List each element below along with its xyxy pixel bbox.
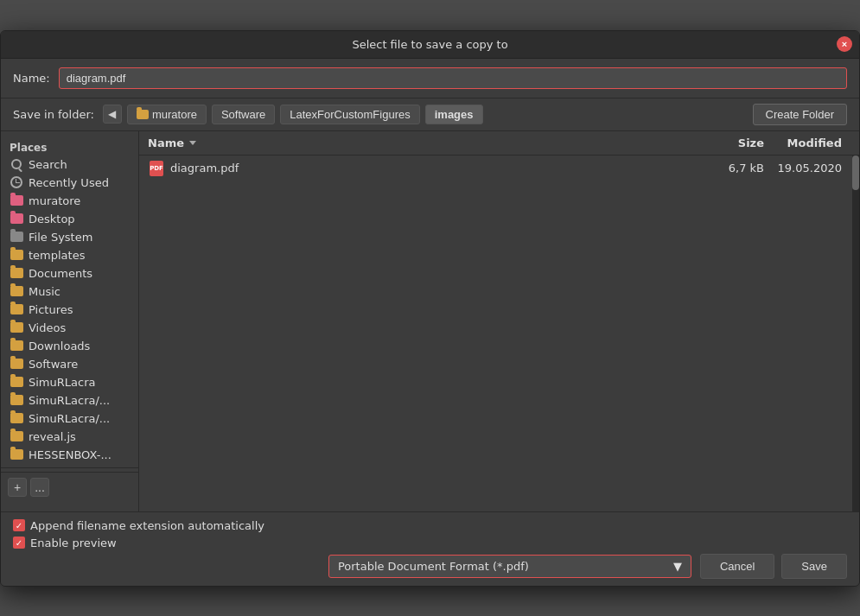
checkbox-checked-icon: ✓ (13, 519, 25, 531)
sidebar-item-simurlacra2[interactable]: SimuRLacra/... (1, 391, 138, 410)
back-button[interactable]: ◀ (103, 105, 122, 124)
sidebar-bottom: + ... (1, 472, 138, 502)
sidebar-item-label: SimuRLacra/... (29, 394, 110, 407)
scrollbar-track[interactable] (852, 156, 859, 511)
sidebar-item-music[interactable]: Music (1, 283, 138, 301)
sidebar-item-revealjs[interactable]: reveal.js (1, 428, 138, 446)
file-name: diagram.pdf (170, 162, 704, 175)
sidebar-item-label: reveal.js (29, 430, 76, 443)
format-label: Portable Document Format (*.pdf) (338, 560, 529, 573)
cancel-button[interactable]: Cancel (700, 554, 774, 579)
sidebar-item-label: Desktop (29, 213, 75, 225)
file-list-area: Name Size Modified PDF diagram.pdf 6,7 k… (139, 131, 859, 511)
filename-input[interactable] (59, 67, 847, 89)
more-options-button[interactable]: ... (30, 478, 49, 497)
scrollbar-thumb[interactable] (852, 156, 859, 190)
title-bar: Select file to save a copy to × (1, 31, 859, 59)
folder-icon (10, 322, 23, 333)
folder-icon (10, 250, 23, 261)
sidebar-item-software[interactable]: Software (1, 355, 138, 373)
file-list-header: Name Size Modified (139, 131, 859, 156)
sidebar-item-label: Downloads (29, 340, 90, 352)
sidebar-item-label: muratore (29, 194, 80, 207)
folder-icon (10, 195, 23, 206)
sidebar-item-label: SimuRLacra/... (29, 412, 110, 425)
folder-icon (10, 232, 23, 243)
sidebar-item-videos[interactable]: Videos (1, 319, 138, 337)
sidebar-item-label: Videos (29, 321, 66, 334)
name-row: Name: (1, 59, 859, 98)
sidebar-item-simurlacra3[interactable]: SimuRLacra/... (1, 410, 138, 428)
append-ext-label: Append filename extension automatically (30, 519, 264, 532)
folder-icon (10, 395, 23, 406)
checkbox-row: ✓ Append filename extension automaticall… (13, 519, 847, 532)
name-label: Name: (13, 72, 50, 85)
folder-icon (10, 413, 23, 424)
folder-icon (10, 431, 23, 442)
sidebar-item-recently-used[interactable]: Recently Used (1, 174, 138, 192)
sort-arrow-icon (189, 141, 196, 145)
create-folder-button[interactable]: Create Folder (753, 104, 847, 125)
folder-icon (137, 110, 149, 119)
enable-preview-checkbox[interactable]: ✓ Enable preview (13, 537, 117, 549)
save-dialog: Select file to save a copy to × Name: Sa… (0, 30, 860, 587)
action-row: Portable Document Format (*.pdf) ▼ Cance… (13, 554, 847, 579)
col-name-header[interactable]: Name (148, 137, 704, 149)
folder-icon (10, 304, 23, 315)
breadcrumb-muratore[interactable]: muratore (127, 105, 207, 124)
sidebar-item-label: templates (29, 249, 85, 262)
file-modified: 19.05.2020 (764, 162, 850, 175)
clock-icon (10, 177, 23, 188)
bottom-bar: ✓ Append filename extension automaticall… (1, 511, 859, 586)
sidebar: Places Search Recently Used muratore Des… (1, 131, 139, 511)
col-size-header[interactable]: Size (704, 137, 764, 149)
breadcrumb-latexforcustomfigures[interactable]: LatexForCustomFigures (280, 105, 419, 124)
folder-icon (10, 449, 23, 460)
sidebar-divider (1, 467, 138, 468)
sidebar-item-hessenbox[interactable]: HESSENBOX-... (1, 446, 138, 464)
sidebar-item-desktop[interactable]: Desktop (1, 210, 138, 228)
sidebar-item-label: Software (29, 358, 78, 371)
col-modified-header[interactable]: Modified (764, 137, 850, 149)
sidebar-item-label: Documents (29, 267, 92, 280)
search-icon (10, 159, 23, 170)
checkbox-row-2: ✓ Enable preview (13, 537, 847, 549)
buttons-row: Cancel Save (700, 554, 847, 579)
main-content: Places Search Recently Used muratore Des… (1, 131, 859, 511)
sidebar-item-filesystem[interactable]: File System (1, 228, 138, 246)
folder-icon (10, 359, 23, 370)
sidebar-item-simurlacra[interactable]: SimuRLacra (1, 373, 138, 391)
places-header: Places (1, 138, 138, 156)
sidebar-item-templates[interactable]: templates (1, 246, 138, 264)
breadcrumb-software[interactable]: Software (212, 105, 275, 124)
format-select[interactable]: Portable Document Format (*.pdf) ▼ (328, 555, 691, 578)
folder-icon (10, 340, 23, 352)
save-button[interactable]: Save (781, 554, 847, 579)
folder-icon (10, 268, 23, 279)
chevron-down-icon: ▼ (673, 560, 682, 573)
enable-preview-label: Enable preview (30, 537, 117, 549)
dialog-title: Select file to save a copy to (352, 38, 507, 51)
close-button[interactable]: × (837, 36, 852, 52)
sidebar-item-label: Recently Used (29, 176, 109, 189)
save-in-folder-label: Save in folder: (13, 108, 94, 121)
sidebar-item-label: File System (29, 231, 92, 244)
sidebar-item-muratore[interactable]: muratore (1, 192, 138, 210)
folder-icon (10, 286, 23, 297)
breadcrumb-images[interactable]: images (425, 105, 483, 124)
checkbox-checked-icon: ✓ (13, 537, 25, 549)
sidebar-item-documents[interactable]: Documents (1, 264, 138, 283)
table-row[interactable]: PDF diagram.pdf 6,7 kB 19.05.2020 (139, 156, 859, 182)
sidebar-item-label: Search (29, 158, 67, 171)
pdf-file-icon: PDF (148, 160, 165, 177)
sidebar-item-label: Pictures (29, 303, 73, 316)
folder-row: Save in folder: ◀ muratore Software Late… (1, 98, 859, 131)
sidebar-item-pictures[interactable]: Pictures (1, 301, 138, 319)
add-bookmark-button[interactable]: + (8, 478, 27, 497)
sidebar-item-label: Music (29, 285, 61, 298)
append-ext-checkbox[interactable]: ✓ Append filename extension automaticall… (13, 519, 264, 532)
sidebar-item-label: SimuRLacra (29, 376, 95, 389)
sidebar-item-search[interactable]: Search (1, 156, 138, 174)
sidebar-item-downloads[interactable]: Downloads (1, 337, 138, 355)
folder-icon (10, 377, 23, 388)
